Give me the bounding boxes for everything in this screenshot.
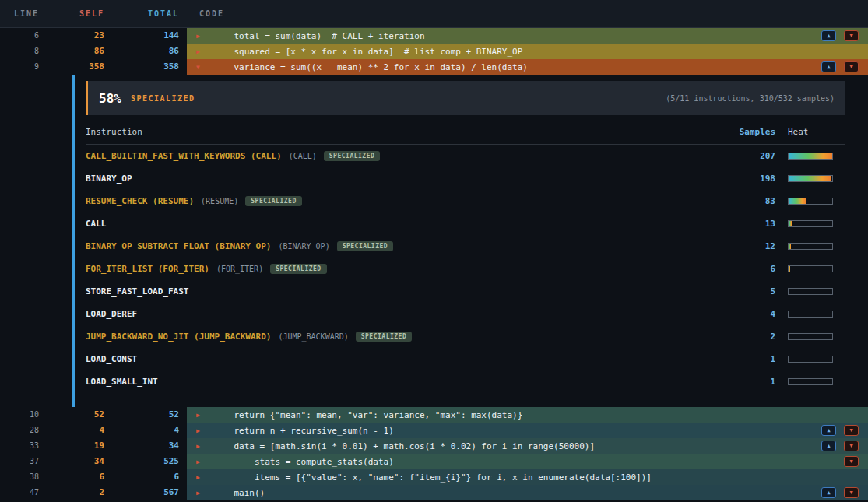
code-line-row[interactable]: 47 2 567 ▶ main() ▲ ▼: [0, 485, 868, 500]
code-cell[interactable]: ▶ squared = [x * x for x in data] # list…: [187, 44, 868, 59]
heat-bar-track: [788, 175, 833, 182]
instruction-row[interactable]: LOAD_CONST 1: [86, 348, 845, 370]
code-line-row[interactable]: 37 34 525 ▶ stats = compute_stats(data) …: [0, 454, 868, 469]
instruction-samples: 12: [713, 241, 775, 251]
instruction-name-cell: LOAD_SMALL_INT: [86, 377, 713, 387]
heat-bar-track: [788, 198, 833, 205]
expand-arrow-icon[interactable]: ▶: [196, 443, 213, 450]
instruction-name: BINARY_OP: [86, 174, 132, 184]
code-cell[interactable]: ▶ items = [{"value": x, "name": f"item_{…: [187, 469, 868, 485]
heat-bar-fill: [789, 356, 789, 362]
code-cell[interactable]: ▶ return n + recursive_sum(n - 1) ▲ ▼: [187, 423, 868, 438]
expand-arrow-icon[interactable]: ▶: [196, 412, 213, 419]
line-number: 33: [0, 438, 47, 454]
instruction-samples: 83: [713, 196, 775, 206]
row-buttons: ▲ ▼: [821, 425, 859, 436]
instruction-row[interactable]: FOR_ITER_LIST (FOR_ITER) (FOR_ITER) SPEC…: [86, 258, 845, 280]
code-line-row[interactable]: 38 6 6 ▶ items = [{"value": x, "name": f…: [0, 469, 868, 485]
instruction-name-cell: BINARY_OP: [86, 174, 713, 184]
instruction-name-cell: LOAD_CONST: [86, 354, 713, 364]
self-samples: 4: [47, 423, 112, 438]
move-down-button[interactable]: ▼: [844, 441, 859, 451]
code-line-row[interactable]: 33 19 34 ▶ data = [math.sin(i * 0.01) + …: [0, 438, 868, 454]
move-up-button[interactable]: ▲: [821, 441, 836, 451]
heat-bar-track: [788, 265, 833, 272]
code-cell[interactable]: ▼ variance = sum((x - mean) ** 2 for x i…: [187, 59, 868, 75]
row-buttons: ▲ ▼: [821, 46, 859, 57]
expand-arrow-icon[interactable]: ▶: [196, 474, 213, 481]
move-up-button[interactable]: ▲: [821, 30, 836, 41]
code-line-row[interactable]: 10 52 52 ▶ return {"mean": mean, "var": …: [0, 407, 868, 423]
move-down-button[interactable]: ▼: [844, 61, 859, 72]
self-samples: 86: [47, 44, 112, 59]
instruction-row[interactable]: LOAD_SMALL_INT 1: [86, 370, 845, 393]
instruction-samples: 2: [713, 332, 775, 342]
heat-bar-fill: [789, 198, 806, 204]
code-text: total = sum(data) # CALL + iteration: [213, 31, 821, 41]
instruction-base-opcode: (RESUME): [201, 197, 238, 205]
code-line-row[interactable]: 6 23 144 ▶ total = sum(data) # CALL + it…: [0, 28, 868, 44]
code-cell[interactable]: ▶ main() ▲ ▼: [187, 485, 868, 500]
code-cell[interactable]: ▶ total = sum(data) # CALL + iteration ▲…: [187, 28, 868, 44]
row-buttons: ▲ ▼: [821, 61, 859, 72]
expand-arrow-icon[interactable]: ▶: [196, 490, 213, 497]
specialization-summary: 58% SPECIALIZED (5/11 instructions, 310/…: [86, 81, 845, 115]
instruction-row[interactable]: LOAD_DEREF 4: [86, 303, 845, 325]
code-cell[interactable]: ▶ stats = compute_stats(data) ▲ ▼: [187, 454, 868, 469]
heat-bar-fill: [789, 311, 789, 317]
column-header-total: TOTAL: [112, 9, 187, 18]
move-down-button[interactable]: ▼: [844, 30, 859, 41]
heat-bar: [775, 311, 845, 318]
self-samples: 52: [47, 407, 112, 423]
heat-bar: [775, 288, 845, 295]
total-samples: 4: [112, 423, 187, 438]
instruction-row[interactable]: STORE_FAST_LOAD_FAST 5: [86, 280, 845, 303]
move-down-button[interactable]: ▼: [844, 487, 859, 498]
heat-bar-fill: [789, 266, 790, 272]
code-cell[interactable]: ▶ return {"mean": mean, "var": variance,…: [187, 407, 868, 423]
move-up-button[interactable]: ▲: [821, 425, 836, 436]
column-header-samples: Samples: [713, 127, 775, 137]
expand-arrow-icon[interactable]: ▼: [196, 64, 213, 71]
move-down-button[interactable]: ▼: [844, 456, 859, 467]
heat-bar: [775, 175, 845, 182]
total-samples: 144: [112, 28, 187, 44]
instruction-name-cell: CALL_BUILTIN_FAST_WITH_KEYWORDS (CALL) (…: [86, 151, 713, 161]
heat-bar-track: [788, 333, 833, 340]
move-up-button[interactable]: ▲: [821, 61, 836, 72]
instruction-name: LOAD_DEREF: [86, 309, 137, 319]
code-cell[interactable]: ▶ data = [math.sin(i * 0.01) + math.cos(…: [187, 438, 868, 454]
code-text: squared = [x * x for x in data] # list c…: [213, 47, 821, 57]
specialized-badge: SPECIALIZED: [337, 241, 393, 251]
heat-bar-track: [788, 356, 833, 363]
code-line-row[interactable]: 9 358 358 ▼ variance = sum((x - mean) **…: [0, 59, 868, 75]
line-number: 9: [0, 59, 47, 75]
instruction-row[interactable]: CALL_BUILTIN_FAST_WITH_KEYWORDS (CALL) (…: [86, 145, 845, 167]
column-header-line: LINE: [0, 9, 47, 18]
total-samples: 52: [112, 407, 187, 423]
expand-arrow-icon[interactable]: ▶: [196, 458, 213, 465]
move-up-button[interactable]: ▲: [821, 487, 836, 498]
code-text: return {"mean": mean, "var": variance, "…: [213, 410, 821, 420]
instruction-row[interactable]: CALL 13: [86, 212, 845, 235]
row-buttons: ▲ ▼: [821, 30, 859, 41]
detail-panel: 58% SPECIALIZED (5/11 instructions, 310/…: [72, 75, 856, 407]
instruction-row[interactable]: BINARY_OP_SUBTRACT_FLOAT (BINARY_OP) (BI…: [86, 235, 845, 258]
column-header-self: SELF: [47, 9, 112, 18]
expand-arrow-icon[interactable]: ▶: [196, 48, 213, 55]
code-line-row[interactable]: 28 4 4 ▶ return n + recursive_sum(n - 1)…: [0, 423, 868, 438]
expand-arrow-icon[interactable]: ▶: [196, 427, 213, 434]
move-down-button[interactable]: ▼: [844, 425, 859, 436]
instruction-samples: 1: [713, 354, 775, 364]
self-samples: 2: [47, 485, 112, 500]
heat-bar-fill: [789, 221, 792, 226]
column-header-heat: Heat: [775, 127, 845, 137]
code-line-row[interactable]: 8 86 86 ▶ squared = [x * x for x in data…: [0, 44, 868, 59]
instruction-name: CALL: [86, 219, 107, 229]
instruction-row[interactable]: JUMP_BACKWARD_NO_JIT (JUMP_BACKWARD) (JU…: [86, 325, 845, 348]
instruction-name-cell: FOR_ITER_LIST (FOR_ITER) (FOR_ITER) SPEC…: [86, 264, 713, 274]
instruction-row[interactable]: RESUME_CHECK (RESUME) (RESUME) SPECIALIZ…: [86, 190, 845, 212]
instruction-row[interactable]: BINARY_OP 198: [86, 167, 845, 190]
expand-arrow-icon[interactable]: ▶: [196, 33, 213, 40]
code-text: data = [math.sin(i * 0.01) + math.cos(i …: [213, 441, 821, 451]
